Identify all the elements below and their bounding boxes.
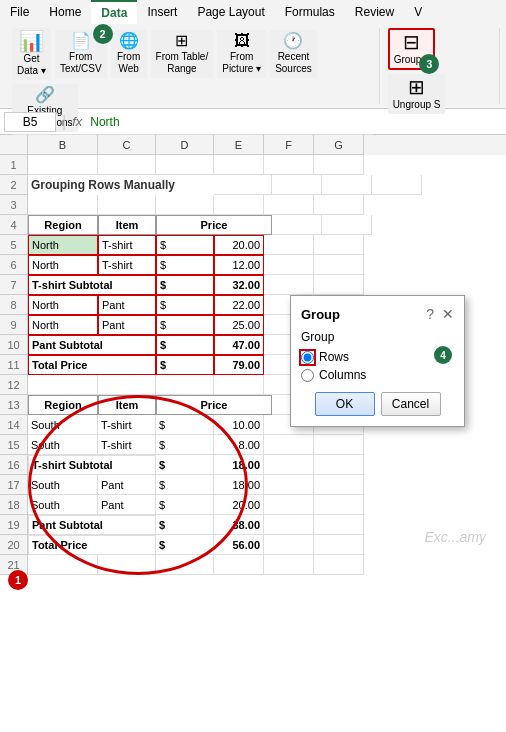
cell-b14[interactable]: South — [28, 415, 98, 435]
cell-b2[interactable]: Grouping Rows Manually — [28, 175, 214, 195]
cell-b20[interactable]: Total Price — [28, 535, 156, 555]
cell-d21[interactable] — [156, 555, 214, 575]
tab-review[interactable]: Review — [345, 0, 404, 24]
cell-f2[interactable] — [322, 175, 372, 195]
cell-e17[interactable]: 18.00 — [214, 475, 264, 495]
cell-f4[interactable] — [272, 215, 322, 235]
from-text-csv-button[interactable]: 📄 FromText/CSV — [55, 30, 107, 78]
cell-e21[interactable] — [214, 555, 264, 575]
cell-d8[interactable]: $ — [156, 295, 214, 315]
cell-g1[interactable] — [314, 155, 364, 175]
cell-b15[interactable]: South — [28, 435, 98, 455]
cell-f15[interactable] — [264, 435, 314, 455]
recent-sources-button[interactable]: 🕐 RecentSources — [270, 30, 317, 78]
cell-b8[interactable]: North — [28, 295, 98, 315]
tab-view[interactable]: V — [404, 0, 432, 24]
cell-c13[interactable]: Item — [98, 395, 156, 415]
cell-g3[interactable] — [314, 195, 364, 215]
cell-f18[interactable] — [264, 495, 314, 515]
cell-f21[interactable] — [264, 555, 314, 575]
tab-pagelayout[interactable]: Page Layout — [187, 0, 274, 24]
tab-file[interactable]: File — [0, 0, 39, 24]
cell-e11[interactable]: 79.00 — [214, 355, 264, 375]
cell-c14[interactable]: T-shirt — [98, 415, 156, 435]
cell-d1[interactable] — [156, 155, 214, 175]
cell-d19[interactable]: $ — [156, 515, 214, 535]
cell-c12[interactable] — [98, 375, 156, 395]
tab-home[interactable]: Home — [39, 0, 91, 24]
cell-b11[interactable]: Total Price — [28, 355, 156, 375]
cell-d16[interactable]: $ — [156, 455, 214, 475]
cell-d18[interactable]: $ — [156, 495, 214, 515]
cell-d14[interactable]: $ — [156, 415, 214, 435]
cell-c1[interactable] — [98, 155, 156, 175]
dialog-rows-option[interactable]: Rows — [301, 350, 454, 364]
cell-f16[interactable] — [264, 455, 314, 475]
cell-e1[interactable] — [214, 155, 264, 175]
from-web-button[interactable]: 🌐 FromWeb — [111, 30, 147, 78]
cell-g16[interactable] — [314, 455, 364, 475]
cell-b7[interactable]: T-shirt Subtotal — [28, 275, 156, 295]
cell-e7[interactable]: 32.00 — [214, 275, 264, 295]
cell-b16[interactable]: T-shirt Subtotal — [28, 455, 156, 475]
cell-e6[interactable]: 12.00 — [214, 255, 264, 275]
cell-f5[interactable] — [264, 235, 314, 255]
cell-d9[interactable]: $ — [156, 315, 214, 335]
dialog-help-button[interactable]: ? — [426, 306, 434, 322]
tab-formulas[interactable]: Formulas — [275, 0, 345, 24]
cell-g15[interactable] — [314, 435, 364, 455]
cell-d4[interactable]: Price — [156, 215, 272, 235]
cell-c9[interactable]: Pant — [98, 315, 156, 335]
cell-c17[interactable]: Pant — [98, 475, 156, 495]
from-table-button[interactable]: ⊞ From Table/Range — [151, 30, 214, 78]
cell-b10[interactable]: Pant Subtotal — [28, 335, 156, 355]
cell-g2[interactable] — [372, 175, 422, 195]
cell-e16[interactable]: 18.00 — [214, 455, 264, 475]
from-picture-button[interactable]: 🖼 FromPicture ▾ — [217, 30, 266, 78]
cell-b21[interactable] — [28, 555, 98, 575]
cell-b9[interactable]: North — [28, 315, 98, 335]
cell-f3[interactable] — [264, 195, 314, 215]
cell-b18[interactable]: South — [28, 495, 98, 515]
cell-e15[interactable]: 8.00 — [214, 435, 264, 455]
cell-e18[interactable]: 20.00 — [214, 495, 264, 515]
cell-c4[interactable]: Item — [98, 215, 156, 235]
cell-e2[interactable] — [272, 175, 322, 195]
cell-f19[interactable] — [264, 515, 314, 535]
cell-d10[interactable]: $ — [156, 335, 214, 355]
cell-d12[interactable] — [156, 375, 214, 395]
cell-c3[interactable] — [98, 195, 156, 215]
dialog-cancel-button[interactable]: Cancel — [381, 392, 441, 416]
ungroup-button[interactable]: ⊞ Ungroup S — [388, 74, 446, 114]
cell-b3[interactable] — [28, 195, 98, 215]
cell-e19[interactable]: 38.00 — [214, 515, 264, 535]
cell-e10[interactable]: 47.00 — [214, 335, 264, 355]
rows-radio[interactable] — [301, 351, 314, 364]
cell-f7[interactable] — [264, 275, 314, 295]
cell-b17[interactable]: South — [28, 475, 98, 495]
cell-g18[interactable] — [314, 495, 364, 515]
cell-f1[interactable] — [264, 155, 314, 175]
cell-reference[interactable] — [4, 112, 56, 132]
cell-d7[interactable]: $ — [156, 275, 214, 295]
cell-g17[interactable] — [314, 475, 364, 495]
cell-d20[interactable]: $ — [156, 535, 214, 555]
cell-c15[interactable]: T-shirt — [98, 435, 156, 455]
cell-e14[interactable]: 10.00 — [214, 415, 264, 435]
cell-c6[interactable]: T-shirt — [98, 255, 156, 275]
tab-data[interactable]: Data — [91, 0, 137, 24]
cell-c8[interactable]: Pant — [98, 295, 156, 315]
cell-d5[interactable]: $ — [156, 235, 214, 255]
cell-d13[interactable]: Price — [156, 395, 272, 415]
cell-b12[interactable] — [28, 375, 98, 395]
cell-e20[interactable]: 56.00 — [214, 535, 264, 555]
cell-b13[interactable]: Region — [28, 395, 98, 415]
cell-g7[interactable] — [314, 275, 364, 295]
cell-d11[interactable]: $ — [156, 355, 214, 375]
cell-b1[interactable] — [28, 155, 98, 175]
get-data-button[interactable]: 📊 GetData ▾ — [12, 28, 51, 80]
cell-f6[interactable] — [264, 255, 314, 275]
cell-c5[interactable]: T-shirt — [98, 235, 156, 255]
dialog-columns-option[interactable]: Columns — [301, 368, 454, 382]
cell-d15[interactable]: $ — [156, 435, 214, 455]
